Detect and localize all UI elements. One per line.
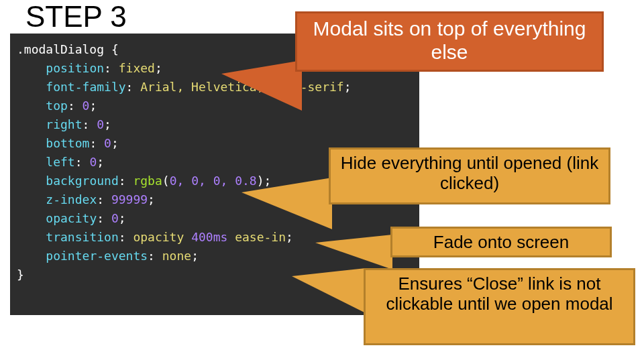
css-selector: .modalDialog	[17, 42, 104, 56]
callout-arrow	[315, 235, 392, 269]
callout-hide-until-open: Hide everything until opened (link click…	[329, 147, 610, 204]
callout-arrow	[241, 178, 332, 229]
code-line: font-family: Arial, Helvetica, sans-seri…	[17, 78, 410, 97]
slide-title: STEP 3	[25, 0, 127, 34]
code-line: right: 0;	[17, 115, 410, 134]
callout-modal-on-top: Modal sits on top of everything else	[295, 11, 604, 72]
code-line: top: 0;	[17, 97, 410, 115]
callout-arrow	[221, 60, 302, 111]
callout-fade: Fade onto screen	[390, 227, 612, 257]
callout-arrow	[292, 268, 366, 313]
code-line: opacity: 0;	[17, 209, 410, 228]
callout-close-link: Ensures “Close” link is not clickable un…	[364, 268, 635, 345]
